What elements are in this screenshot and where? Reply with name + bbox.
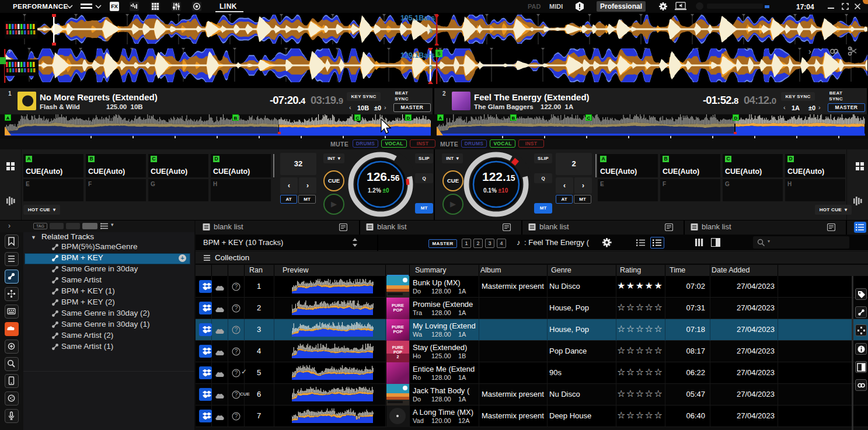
svg-text:?: ? [235,305,238,312]
svg-text:?: ? [235,284,238,290]
svg-text:1.2% ±0: 1.2% ±0 [368,187,389,194]
svg-text:?: ? [235,348,238,355]
svg-text:105.1Bars: 105.1Bars [400,14,435,22]
svg-text:5: 5 [437,51,440,57]
svg-text:?: ? [235,413,238,419]
svg-text:?: ? [235,327,238,333]
svg-text:129.1Bars: 129.1Bars [400,51,435,60]
svg-text:?: ? [235,370,238,376]
svg-text:?: ? [235,391,238,398]
svg-text:S: S [429,64,433,70]
svg-text:0.1% ±10: 0.1% ±10 [483,187,508,194]
svg-text:S: S [429,28,433,34]
